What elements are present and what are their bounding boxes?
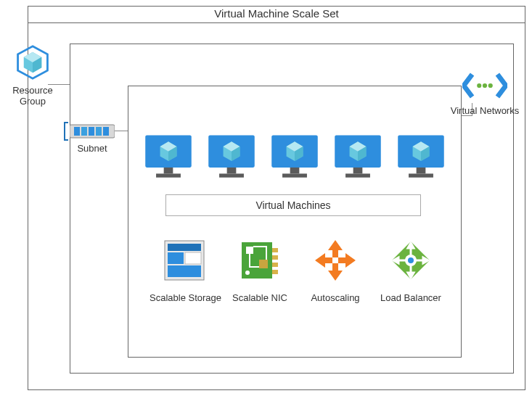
load-balancer-icon bbox=[388, 273, 433, 285]
resource-group-label: Resource Group bbox=[4, 85, 61, 107]
feature-scalable-nic: Scalable NIC bbox=[225, 238, 295, 303]
scalable-storage-icon bbox=[162, 273, 207, 285]
svg-rect-18 bbox=[168, 252, 184, 264]
svg-marker-29 bbox=[328, 240, 343, 257]
svg-point-8 bbox=[483, 83, 487, 88]
virtual-networks-badge: Virtual Networks bbox=[450, 71, 520, 116]
svg-point-28 bbox=[245, 271, 250, 275]
feature-load-balancer: Load Balancer bbox=[376, 238, 446, 303]
subnet-bracket-icon bbox=[64, 122, 68, 141]
svg-rect-26 bbox=[246, 247, 253, 254]
subnet-badge: Subnet bbox=[70, 123, 115, 154]
svg-rect-13 bbox=[89, 127, 94, 136]
svg-rect-19 bbox=[185, 252, 201, 264]
vm-icon bbox=[395, 129, 447, 183]
svg-marker-32 bbox=[338, 253, 356, 268]
load-balancer-label: Load Balancer bbox=[376, 292, 446, 303]
svg-rect-15 bbox=[103, 127, 109, 136]
svg-rect-11 bbox=[74, 127, 80, 136]
svg-point-9 bbox=[488, 83, 493, 88]
resource-group-icon bbox=[12, 72, 53, 83]
svg-marker-30 bbox=[328, 263, 343, 281]
svg-rect-14 bbox=[96, 127, 102, 136]
svg-rect-17 bbox=[168, 244, 201, 251]
vm-row bbox=[142, 129, 447, 183]
subnet-icon bbox=[70, 130, 115, 141]
virtual-networks-icon bbox=[462, 91, 507, 102]
diagram-title: Virtual Machine Scale Set bbox=[28, 6, 525, 23]
svg-rect-12 bbox=[81, 127, 87, 136]
svg-rect-22 bbox=[272, 248, 278, 252]
svg-marker-31 bbox=[315, 253, 332, 268]
feature-autoscaling: Autoscaling bbox=[300, 238, 370, 303]
virtual-networks-label: Virtual Networks bbox=[450, 105, 520, 116]
svg-point-35 bbox=[408, 257, 414, 263]
autoscaling-label: Autoscaling bbox=[300, 292, 370, 303]
svg-rect-20 bbox=[168, 265, 201, 277]
subnet-label: Subnet bbox=[70, 143, 115, 154]
scalable-storage-label: Scalable Storage bbox=[150, 292, 219, 303]
svg-rect-27 bbox=[259, 260, 268, 268]
vm-icon bbox=[269, 129, 321, 183]
scalable-nic-icon bbox=[237, 273, 282, 285]
vm-icon bbox=[142, 129, 195, 183]
subnet-inner-box bbox=[128, 86, 462, 358]
svg-rect-24 bbox=[272, 263, 278, 267]
feature-scalable-storage: Scalable Storage bbox=[150, 238, 219, 303]
virtual-machines-label-box: Virtual Machines bbox=[165, 194, 421, 216]
features-row: Scalable Storage Scalable NIC bbox=[150, 238, 446, 303]
svg-rect-25 bbox=[272, 270, 278, 274]
connector-subnet-to-inner bbox=[114, 131, 128, 131]
svg-point-7 bbox=[477, 83, 481, 88]
vm-icon bbox=[205, 129, 258, 183]
svg-rect-23 bbox=[272, 255, 278, 260]
autoscaling-icon bbox=[313, 273, 358, 285]
scalable-nic-label: Scalable NIC bbox=[225, 292, 295, 303]
resource-group-badge: Resource Group bbox=[4, 44, 61, 107]
vm-icon bbox=[332, 129, 384, 183]
